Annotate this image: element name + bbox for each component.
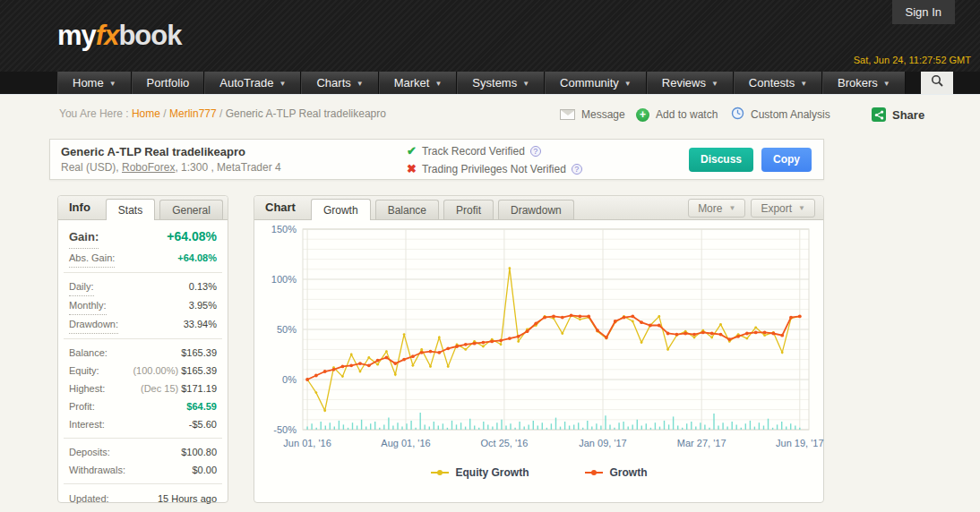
stat-value: (Dec 15) $171.19	[141, 380, 217, 397]
stat-label: Drawdown:	[69, 315, 118, 334]
stat-label: Balance:	[69, 344, 107, 362]
legend-label: Growth	[610, 466, 648, 479]
stats-list: Gain:+64.08%Abs. Gain:+64.08%Daily:0.13%…	[58, 220, 228, 512]
chevron-down-icon: ▼	[798, 204, 805, 212]
custom-analysis-label: Custom Analysis	[751, 108, 830, 121]
svg-text:Jun 19, '17: Jun 19, '17	[776, 438, 823, 448]
broker-link[interactable]: RoboForex	[122, 161, 175, 174]
svg-text:Mar 27, '17: Mar 27, '17	[677, 438, 726, 448]
sign-in-button[interactable]: Sign In	[892, 0, 955, 24]
chart-tab-balance[interactable]: Balance	[375, 200, 439, 219]
nav-item-home[interactable]: Home▼	[57, 72, 132, 94]
info-panel-title: Info	[58, 201, 101, 219]
message-button[interactable]: Message	[560, 104, 625, 125]
breadcrumb-link-home[interactable]: Home	[132, 107, 160, 120]
nav-item-portfolio[interactable]: Portfolio	[132, 72, 205, 94]
chevron-down-icon: ▼	[883, 80, 890, 88]
add-to-watch-button[interactable]: + Add to watch	[636, 104, 718, 125]
legend-marker-icon	[431, 472, 449, 474]
growth-chart-svg: 150%100%50%0%-50%Jun 01, '16Aug 01, '16O…	[254, 221, 825, 456]
breadcrumb-row: You Are Here : Home / Merlin777 / Generi…	[0, 100, 980, 129]
breadcrumb-prefix: You Are Here :	[59, 107, 129, 120]
export-button[interactable]: Export ▼	[751, 199, 815, 218]
chevron-down-icon: ▼	[522, 80, 529, 88]
chart-tab-profit[interactable]: Profit	[443, 200, 494, 219]
chevron-down-icon: ▼	[109, 80, 116, 88]
stat-row-gain: Gain:+64.08%	[69, 226, 217, 249]
breadcrumb-separator: /	[160, 107, 169, 120]
nav-item-reviews[interactable]: Reviews▼	[647, 72, 734, 94]
stat-label: Gain:	[69, 226, 99, 249]
stat-value: -$5.60	[189, 415, 217, 433]
chevron-down-icon: ▼	[434, 80, 442, 88]
check-icon: ✔	[407, 142, 417, 160]
stat-label: Updated:	[69, 489, 109, 509]
stat-value-note: (Dec 15)	[141, 383, 181, 394]
logo-part-fx: fx	[96, 20, 119, 51]
stat-label: Deposits:	[69, 443, 110, 461]
chart-tabs: GrowthBalanceProfitDrawdown	[306, 199, 574, 219]
gmt-datetime: Sat, Jun 24, 11:27:52 GMT	[854, 55, 971, 65]
info-panel-header: Info StatsGeneral	[58, 196, 228, 220]
stat-row-updated: Updated:15 Hours ago	[69, 489, 217, 509]
nav-item-market[interactable]: Market▼	[379, 72, 458, 94]
svg-text:0%: 0%	[282, 374, 297, 385]
logo-part-my: my	[57, 20, 96, 51]
stat-label: Profit:	[69, 397, 95, 415]
chart-legend: Equity GrowthGrowth	[254, 466, 823, 479]
nav-item-community[interactable]: Community▼	[545, 72, 647, 94]
chart-tab-drawdown[interactable]: Drawdown	[498, 200, 574, 219]
stat-label: Interest:	[69, 415, 105, 433]
svg-text:50%: 50%	[277, 324, 297, 335]
info-panel: Info StatsGeneral Gain:+64.08%Abs. Gain:…	[57, 195, 228, 503]
nav-item-contests[interactable]: Contests▼	[734, 72, 822, 94]
svg-text:Jun 01, '16: Jun 01, '16	[283, 438, 331, 448]
clock-icon	[731, 107, 744, 123]
stat-value: $165.39	[181, 344, 217, 362]
breadcrumb-link-user[interactable]: Merlin777	[169, 107, 217, 120]
nav-item-autotrade[interactable]: AutoTrade▼	[204, 72, 301, 94]
more-button[interactable]: More ▼	[688, 199, 745, 218]
stat-value: 3.95%	[189, 296, 217, 314]
chevron-down-icon: ▼	[279, 80, 287, 88]
copy-button[interactable]: Copy	[761, 148, 812, 172]
add-to-watch-label: Add to watch	[656, 108, 718, 121]
help-icon[interactable]: ?	[530, 146, 541, 157]
tab-general[interactable]: General	[159, 200, 223, 219]
chevron-down-icon: ▼	[357, 80, 364, 88]
share-button[interactable]: Share	[872, 104, 924, 125]
nav-items: Home▼PortfolioAutoTrade▼Charts▼Market▼Sy…	[57, 72, 906, 94]
system-subtitle: Real (USD), RoboForex, 1:300 , MetaTrade…	[61, 161, 281, 174]
chart-header-buttons: More ▼ Export ▼	[688, 199, 815, 218]
custom-analysis-button[interactable]: Custom Analysis	[731, 104, 830, 125]
nav-item-charts[interactable]: Charts▼	[301, 72, 378, 94]
tab-stats[interactable]: Stats	[106, 199, 155, 220]
stat-value: (100.00%) $165.39	[133, 362, 217, 380]
legend-item-equity-growth[interactable]: Equity Growth	[431, 466, 529, 479]
privileges-label: Trading Privileges Not Verified	[422, 160, 566, 178]
info-tabs: StatsGeneral	[101, 199, 223, 219]
privileges-row: ✖ Trading Privileges Not Verified ?	[407, 160, 582, 178]
stat-label: Withdrawals:	[69, 461, 125, 479]
share-icon	[872, 107, 886, 122]
subtitle-post: , 1:300 , MetaTrader 4	[175, 161, 280, 174]
nav-item-systems[interactable]: Systems▼	[457, 72, 545, 94]
chevron-down-icon: ▼	[711, 80, 718, 88]
help-icon[interactable]: ?	[572, 164, 582, 175]
svg-text:-50%: -50%	[273, 424, 297, 435]
stat-value: 33.94%	[184, 315, 217, 333]
legend-marker-icon	[585, 472, 603, 474]
chevron-down-icon: ▼	[624, 80, 632, 88]
message-label: Message	[581, 108, 625, 121]
myfxbook-logo[interactable]: myfxbook	[57, 20, 181, 52]
x-icon: ✖	[407, 160, 417, 178]
legend-label: Equity Growth	[456, 466, 529, 479]
search-button[interactable]	[921, 72, 953, 94]
system-title-card: Generic A-TLP Real tradelikeapro Real (U…	[49, 139, 824, 180]
nav-item-brokers[interactable]: Brokers▼	[822, 72, 906, 94]
stat-value: +64.08%	[177, 249, 217, 267]
legend-item-growth[interactable]: Growth	[585, 466, 648, 479]
discuss-button[interactable]: Discuss	[689, 148, 753, 172]
envelope-icon	[560, 109, 575, 120]
chart-tab-growth[interactable]: Growth	[311, 199, 371, 220]
